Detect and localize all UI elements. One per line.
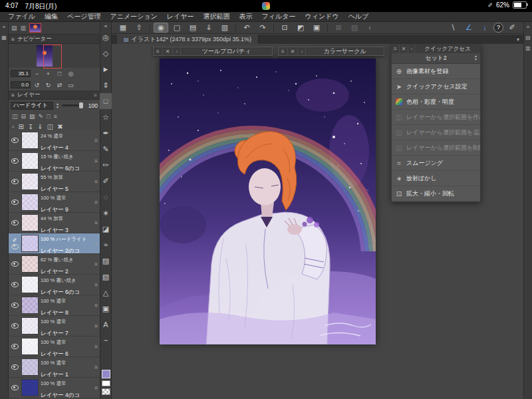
- layer-row[interactable]: 62 % 覆い焼き レイヤー 2 ≡: [9, 254, 100, 275]
- quick-access-set-selector[interactable]: セット2 ▲▼: [392, 53, 480, 64]
- brush-size-icon[interactable]: ◉: [154, 23, 168, 33]
- quick-access-titlebar[interactable]: ≡ ✕ ▫ クイックアクセス: [392, 45, 480, 53]
- sub-color-swatch[interactable]: [102, 380, 110, 386]
- stylus-icon[interactable]: ✐: [505, 23, 519, 33]
- menu-layer[interactable]: レイヤー: [167, 12, 194, 21]
- figure-tool[interactable]: △: [100, 285, 112, 301]
- visibility-eye-icon[interactable]: [11, 303, 19, 308]
- eyedropper-tool[interactable]: ✒: [100, 125, 112, 141]
- eraser-tool[interactable]: ◪: [100, 221, 112, 237]
- pen-tool[interactable]: ✎: [100, 141, 112, 157]
- undo-icon[interactable]: ↶: [239, 23, 254, 33]
- snap-ruler-icon[interactable]: ∖: [446, 23, 460, 33]
- rotate-ccw-icon[interactable]: ↺: [32, 82, 42, 88]
- navigator-tab-thumbnail[interactable]: [29, 23, 41, 33]
- visibility-eye-icon[interactable]: [11, 344, 19, 349]
- visibility-eye-icon[interactable]: [11, 323, 19, 329]
- layer-row[interactable]: 100 % 通常 レイヤー 1 ≡: [9, 357, 100, 378]
- layer-row[interactable]: 100 % 通常 レイヤー 6 ≡: [9, 336, 100, 357]
- minimize-icon[interactable]: ▫: [173, 47, 181, 55]
- qa-item-hsv[interactable]: ▦ 色相・彩度・明度: [392, 94, 480, 110]
- rotation-value-field[interactable]: 0.0: [11, 81, 31, 88]
- blend-mode-select[interactable]: ハードライト: [11, 102, 53, 110]
- redo-icon[interactable]: ↷: [255, 23, 270, 33]
- panel-menu-icon[interactable]: ≡: [392, 45, 400, 53]
- drag-handle-icon[interactable]: ≡: [94, 219, 98, 226]
- save-icon[interactable]: ⇓: [201, 23, 216, 33]
- layer-move-tool[interactable]: ⇕: [100, 77, 112, 93]
- drag-handle-icon[interactable]: ≡: [94, 384, 98, 391]
- export-icon[interactable]: ▥: [217, 23, 232, 33]
- navigator-view-frame[interactable]: [43, 45, 62, 68]
- visibility-eye-icon[interactable]: [11, 158, 19, 164]
- layer-panel-options-icon[interactable]: ≡: [94, 92, 97, 98]
- open-icon[interactable]: ▤: [186, 23, 200, 33]
- drag-handle-icon[interactable]: ≡: [94, 364, 98, 370]
- visibility-eye-icon[interactable]: [11, 200, 19, 205]
- deselect-icon[interactable]: ⊡: [277, 23, 292, 33]
- minimize-icon[interactable]: ▫: [298, 47, 306, 55]
- zoom-value-field[interactable]: 35.1: [11, 70, 31, 77]
- rotate-cw-icon[interactable]: ↻: [43, 82, 53, 88]
- menu-filter[interactable]: フィルター: [262, 12, 296, 21]
- visibility-eye-icon[interactable]: [11, 385, 19, 390]
- opacity-value[interactable]: 100: [85, 102, 98, 109]
- snap-grid-icon[interactable]: ↓: [477, 23, 492, 33]
- menu-page-manage[interactable]: ページ管理: [67, 12, 100, 21]
- move-tool[interactable]: ◇: [100, 45, 112, 61]
- layer-row[interactable]: 100 % 通常 レイヤー 9 ≡: [9, 192, 100, 213]
- actual-size-icon[interactable]: ◎: [66, 70, 76, 77]
- color-circle-titlebar[interactable]: ≡ ✕ ▫ カラーサークル: [278, 47, 384, 56]
- draft-layer-icon[interactable]: ✎: [39, 113, 44, 120]
- collapse-tools-icon[interactable]: «: [104, 23, 107, 29]
- frame-tool[interactable]: ▣: [100, 301, 112, 317]
- menu-edit[interactable]: 編集: [45, 12, 58, 21]
- navigator-menu-icon[interactable]: ≡: [11, 36, 15, 43]
- layer-row[interactable]: 100 % 通常 レイヤー 8 ≡: [9, 295, 100, 316]
- palette-tab-a-icon[interactable]: ▤: [11, 25, 17, 31]
- help-button[interactable]: ?: [493, 23, 503, 33]
- new-canvas-icon[interactable]: ▢: [170, 23, 184, 33]
- qa-item-quick-access-settings[interactable]: ➤ クイックアクセス設定: [392, 79, 480, 94]
- navigator-preview[interactable]: [9, 44, 100, 68]
- decoration-tool[interactable]: ∗: [100, 205, 112, 221]
- invert-selection-icon[interactable]: ◩: [293, 23, 308, 33]
- menu-window[interactable]: ウィンドウ: [305, 12, 338, 21]
- visibility-eye-icon[interactable]: [11, 261, 19, 267]
- lock-transparent-icon[interactable]: ▨: [29, 113, 35, 120]
- document-tab[interactable]: ▤ イラスト142* (2478 x 3379px 350dpi 35.1%): [117, 35, 259, 44]
- visibility-eye-icon[interactable]: [11, 220, 19, 225]
- visibility-eye-icon[interactable]: [11, 179, 19, 184]
- fill-tool[interactable]: ▨: [100, 253, 112, 269]
- workspace-grid-icon[interactable]: ▦: [116, 23, 130, 33]
- new-folder-icon[interactable]: ⊞: [19, 123, 24, 130]
- menu-file[interactable]: ファイル: [8, 12, 35, 21]
- layer-row[interactable]: 100 % 通常 レイヤー 7 ≡: [9, 316, 100, 336]
- qa-item-radial-blur[interactable]: ∗ 放射ぼかし: [392, 171, 480, 186]
- qa-item-smoothing[interactable]: ≈ スムージング: [392, 156, 480, 171]
- transparent-color-swatch[interactable]: [102, 388, 110, 395]
- panel-menu-icon[interactable]: ≡: [279, 47, 288, 55]
- drag-handle-icon[interactable]: ≡: [94, 178, 98, 185]
- drag-handle-icon[interactable]: ≡: [94, 137, 98, 144]
- new-layer-icon[interactable]: ▫: [12, 123, 15, 130]
- palette-dock-icon[interactable]: ▦: [1, 35, 7, 41]
- reset-view-icon[interactable]: ▭: [66, 82, 76, 88]
- selection-tool[interactable]: □: [100, 93, 112, 109]
- zoom-in-icon[interactable]: +: [43, 70, 53, 77]
- minimize-icon[interactable]: ▫: [408, 45, 415, 53]
- blend-tool[interactable]: ≈: [100, 237, 112, 253]
- collapse-left-icon[interactable]: «: [3, 24, 5, 30]
- set-spinner-icon[interactable]: ▲▼: [473, 55, 478, 61]
- menu-selection[interactable]: 選択範囲: [203, 12, 230, 21]
- tab-list-dropdown-icon[interactable]: ▾: [517, 37, 523, 43]
- layer-row[interactable]: 55 % 加算 レイヤー 5 ≡: [9, 172, 100, 192]
- drag-handle-icon[interactable]: ≡: [94, 240, 98, 247]
- brush-tool[interactable]: ✐: [100, 173, 112, 189]
- auto-select-tool[interactable]: ☆: [100, 109, 112, 125]
- visibility-eye-icon[interactable]: [11, 244, 19, 249]
- blend-mode-spinner-icon[interactable]: ▲▼: [55, 102, 60, 109]
- drag-handle-icon[interactable]: ≡: [94, 158, 98, 164]
- canvas[interactable]: [160, 59, 376, 344]
- menu-view[interactable]: 表示: [239, 12, 253, 21]
